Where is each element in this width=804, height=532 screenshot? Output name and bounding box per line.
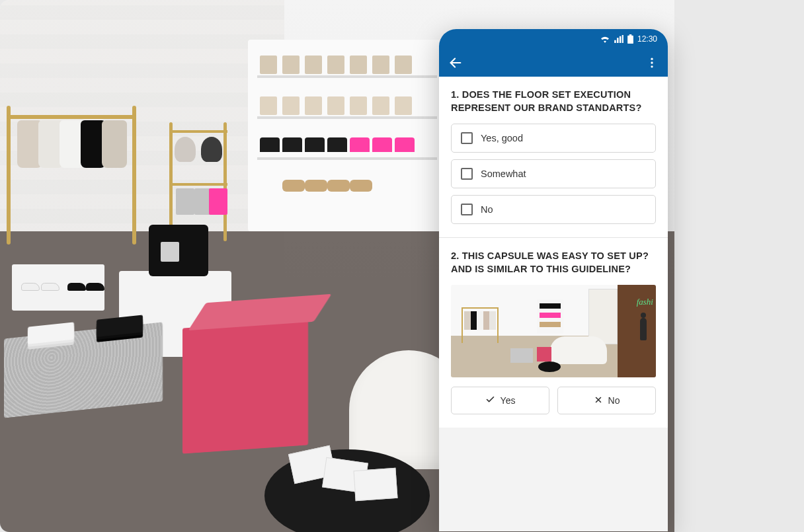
app-bar xyxy=(439,49,668,77)
option-label: No xyxy=(481,204,493,215)
checkbox-icon xyxy=(461,132,473,144)
svg-point-2 xyxy=(651,61,653,63)
signal-icon xyxy=(614,35,623,43)
question-1: 1. DOES THE FLOOR SET EXECUTION REPRESEN… xyxy=(439,77,668,238)
question-2-title: 2. THIS CAPSULE WAS EASY TO SET UP? AND … xyxy=(451,250,656,276)
q2-yes-button[interactable]: Yes xyxy=(451,387,549,414)
close-icon xyxy=(594,395,603,406)
guideline-reference-image: fashi xyxy=(451,285,656,377)
q2-no-button[interactable]: No xyxy=(557,387,656,414)
shoe-shelf xyxy=(12,264,104,311)
back-button[interactable] xyxy=(448,56,463,70)
q1-option-yes[interactable]: Yes, good xyxy=(451,124,656,153)
no-label: No xyxy=(608,395,620,406)
status-time: 12:30 xyxy=(637,34,657,44)
clothing-rack xyxy=(0,106,145,245)
checkbox-icon xyxy=(461,204,473,215)
yes-label: Yes xyxy=(501,395,516,406)
status-bar: 12:30 xyxy=(439,29,668,49)
survey-content: 1. DOES THE FLOOR SET EXECUTION REPRESEN… xyxy=(439,77,668,428)
q1-option-somewhat[interactable]: Somewhat xyxy=(451,159,656,188)
red-cube-seat xyxy=(182,319,308,453)
svg-point-1 xyxy=(651,58,653,60)
q1-option-no[interactable]: No xyxy=(451,195,656,224)
store-sign-text: fashi xyxy=(637,297,653,307)
wall-shelf-unit xyxy=(248,40,446,231)
checkbox-icon xyxy=(461,168,473,180)
more-menu-button[interactable] xyxy=(645,56,659,69)
wifi-icon xyxy=(600,35,610,43)
option-label: Yes, good xyxy=(481,133,523,143)
question-1-title: 1. DOES THE FLOOR SET EXECUTION REPRESEN… xyxy=(451,89,656,114)
granite-podium xyxy=(4,322,163,418)
coffee-machine xyxy=(149,225,208,276)
battery-icon xyxy=(627,34,633,44)
option-label: Somewhat xyxy=(481,169,526,179)
svg-point-3 xyxy=(651,65,653,67)
accessory-rack xyxy=(165,122,231,241)
phone-mockup: 12:30 1. DOES THE FLOOR SET EXECUTION RE… xyxy=(439,29,668,531)
question-2: 2. THIS CAPSULE WAS EASY TO SET UP? AND … xyxy=(439,238,668,428)
check-icon xyxy=(485,395,495,406)
magazines xyxy=(291,449,390,489)
